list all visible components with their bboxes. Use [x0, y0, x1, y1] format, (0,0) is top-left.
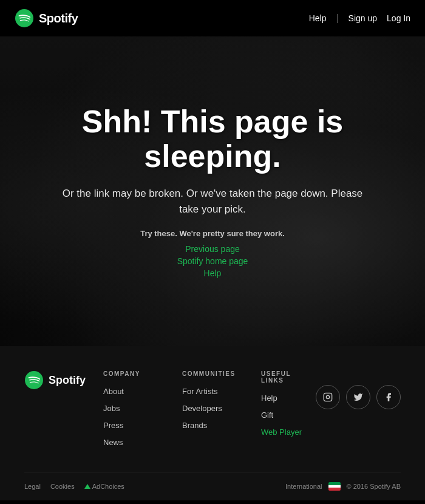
- help-link-hero[interactable]: Help: [204, 268, 222, 278]
- international-label[interactable]: International: [285, 483, 322, 490]
- footer-top: Spotify COMPANY About Jobs Press News CO…: [24, 370, 401, 454]
- login-link[interactable]: Log In: [387, 13, 410, 23]
- help-link[interactable]: Help: [309, 13, 327, 23]
- international-flag-icon: [328, 482, 341, 491]
- footer-columns: COMPANY About Jobs Press News COMMUNITIE…: [103, 370, 316, 454]
- news-link[interactable]: News: [103, 438, 123, 447]
- communities-links: For Artists Developers Brands: [182, 386, 237, 431]
- spotify-logo-icon: [15, 9, 34, 28]
- ad-choices-link[interactable]: AdChoices: [92, 483, 124, 490]
- svg-point-3: [326, 395, 329, 398]
- error-title: Shh! This page is sleeping.: [61, 104, 364, 174]
- hero-links: Previous page Spotify home page Help: [61, 244, 364, 278]
- footer-bottom-links: Legal Cookies AdChoices: [24, 483, 124, 490]
- footer-col-company: COMPANY About Jobs Press News: [103, 370, 158, 454]
- try-text: Try these. We're pretty sure they work.: [61, 229, 364, 238]
- signup-link[interactable]: Sign up: [348, 13, 377, 23]
- brands-link[interactable]: Brands: [182, 421, 207, 430]
- previous-page-link[interactable]: Previous page: [185, 244, 240, 254]
- twitter-button[interactable]: [346, 385, 370, 409]
- ad-choices[interactable]: AdChoices: [84, 483, 124, 490]
- useful-links: Help Gift Web Player: [261, 392, 316, 437]
- developers-link[interactable]: Developers: [182, 404, 222, 413]
- copyright-text: © 2016 Spotify AB: [347, 483, 401, 490]
- useful-links-header: USEFUL LINKS: [261, 370, 316, 384]
- about-link[interactable]: About: [103, 387, 124, 396]
- footer-social: [316, 370, 401, 409]
- cookies-link[interactable]: Cookies: [50, 483, 75, 490]
- facebook-button[interactable]: [376, 385, 401, 409]
- company-links: About Jobs Press News: [103, 386, 158, 448]
- svg-point-0: [15, 9, 33, 27]
- error-subtitle: Or the link may be broken. Or we've take…: [61, 186, 364, 217]
- jobs-link[interactable]: Jobs: [103, 404, 120, 413]
- footer-col-useful: USEFUL LINKS Help Gift Web Player: [261, 370, 316, 454]
- home-page-link[interactable]: Spotify home page: [177, 256, 248, 266]
- nav-divider: |: [336, 13, 338, 24]
- footer-col-communities: COMMUNITIES For Artists Developers Brand…: [182, 370, 237, 454]
- ad-triangle-icon: [84, 484, 90, 489]
- hero-content: Shh! This page is sleeping. Or the link …: [36, 104, 389, 278]
- gift-link[interactable]: Gift: [261, 410, 273, 420]
- communities-header: COMMUNITIES: [182, 370, 237, 377]
- header: Spotify Help | Sign up Log In: [0, 0, 425, 36]
- footer-wordmark: Spotify: [49, 374, 86, 387]
- spotify-wordmark: Spotify: [39, 12, 78, 26]
- header-nav: Help | Sign up Log In: [309, 13, 410, 24]
- press-link[interactable]: Press: [103, 421, 123, 430]
- instagram-button[interactable]: [316, 385, 340, 409]
- svg-rect-2: [324, 393, 332, 401]
- footer-logo-area: Spotify: [24, 370, 103, 390]
- svg-point-1: [25, 371, 43, 389]
- logo-area: Spotify: [15, 9, 78, 28]
- footer-help-link[interactable]: Help: [261, 393, 277, 403]
- web-player-link[interactable]: Web Player: [261, 427, 302, 437]
- hero-section: Shh! This page is sleeping. Or the link …: [0, 36, 425, 346]
- footer: Spotify COMPANY About Jobs Press News CO…: [0, 346, 425, 500]
- company-header: COMPANY: [103, 370, 158, 377]
- footer-bottom: Legal Cookies AdChoices International © …: [24, 472, 401, 500]
- legal-link[interactable]: Legal: [24, 483, 41, 490]
- for-artists-link[interactable]: For Artists: [182, 387, 218, 396]
- footer-spotify-logo-icon: [24, 370, 44, 390]
- svg-point-4: [330, 395, 330, 395]
- footer-bottom-right: International © 2016 Spotify AB: [285, 482, 401, 491]
